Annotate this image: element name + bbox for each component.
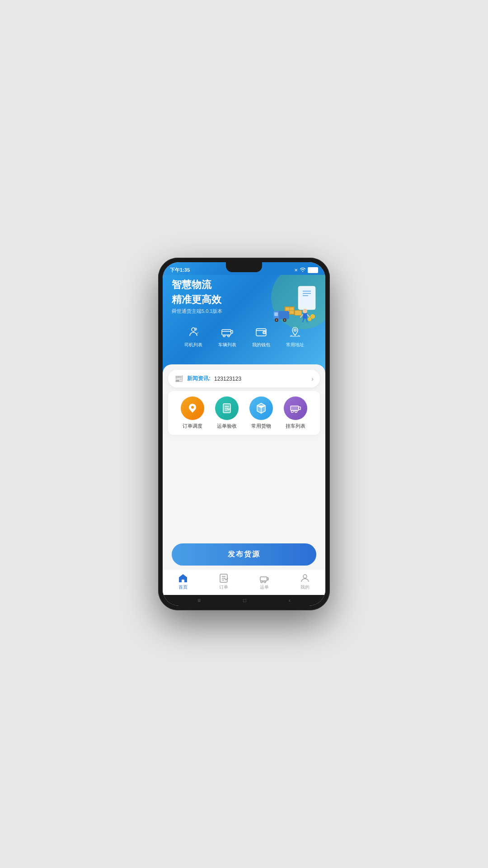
svg-rect-31 bbox=[231, 330, 233, 333]
publish-section: 发布货源 bbox=[163, 538, 325, 569]
status-time: 下午1:35 bbox=[170, 267, 190, 274]
svg-rect-44 bbox=[260, 577, 267, 581]
nav-mine[interactable]: 我的 bbox=[294, 573, 316, 590]
nav-waybill-label: 运单 bbox=[260, 584, 269, 590]
content-area: 📰 新闻资讯: 123123123 › 订单调度 bbox=[163, 364, 325, 595]
func-label-common-goods: 常用货物 bbox=[251, 423, 271, 429]
svg-rect-35 bbox=[263, 331, 266, 334]
svg-rect-39 bbox=[291, 406, 299, 410]
news-ticker[interactable]: 📰 新闻资讯: 123123123 › bbox=[168, 370, 320, 387]
svg-rect-45 bbox=[267, 578, 268, 580]
phone-screen: 下午1:35 ✕ 100 bbox=[163, 262, 325, 606]
nav-home-label: 首页 bbox=[178, 584, 188, 590]
nav-label-driver: 司机列表 bbox=[184, 342, 202, 348]
quick-nav: 司机列表 车辆列表 bbox=[172, 322, 316, 348]
order-icon bbox=[219, 573, 229, 583]
func-item-waybill-check[interactable]: 运单验收 bbox=[215, 396, 239, 429]
mine-icon bbox=[300, 573, 310, 583]
nav-label-wallet: 我的钱包 bbox=[252, 342, 270, 348]
nav-order[interactable]: 订单 bbox=[212, 573, 235, 590]
order-dispatch-icon bbox=[181, 396, 204, 420]
delivery-illustration bbox=[271, 284, 321, 325]
header-banner: 智慧物流 精准更高效 舜世通货主端5.0.1版本 司机列表 bbox=[163, 275, 325, 375]
trailer-list-icon bbox=[284, 396, 307, 420]
vehicle-icon bbox=[219, 324, 235, 340]
nav-item-address[interactable]: 常用地址 bbox=[286, 324, 304, 348]
bottom-nav: 首页 订单 bbox=[163, 569, 325, 595]
func-label-waybill-check: 运单验收 bbox=[217, 423, 237, 429]
phone-notch bbox=[226, 262, 262, 272]
svg-point-32 bbox=[223, 335, 225, 337]
nav-mine-label: 我的 bbox=[300, 584, 310, 590]
nav-order-label: 订单 bbox=[219, 584, 228, 590]
svg-point-17 bbox=[284, 319, 286, 321]
svg-point-48 bbox=[303, 575, 307, 578]
func-item-common-goods[interactable]: 常用货物 bbox=[249, 396, 273, 429]
publish-button[interactable]: 发布货源 bbox=[172, 543, 316, 566]
svg-point-36 bbox=[294, 329, 296, 331]
news-label: 新闻资讯: bbox=[187, 375, 211, 382]
svg-line-21 bbox=[307, 315, 310, 317]
wallet-icon bbox=[253, 324, 269, 340]
svg-rect-10 bbox=[295, 311, 301, 315]
waybill-nav-icon bbox=[259, 573, 269, 583]
svg-point-42 bbox=[295, 410, 297, 413]
svg-rect-30 bbox=[222, 330, 231, 335]
home-icon bbox=[178, 573, 188, 583]
svg-line-23 bbox=[306, 319, 307, 322]
news-arrow-icon: › bbox=[311, 375, 314, 382]
svg-point-27 bbox=[309, 318, 311, 321]
nav-waybill[interactable]: 运单 bbox=[253, 573, 276, 590]
svg-point-29 bbox=[194, 328, 197, 330]
status-icons: ✕ 100 bbox=[294, 267, 318, 273]
news-icon: 📰 bbox=[174, 374, 183, 383]
driver-icon bbox=[185, 324, 202, 340]
nav-label-address: 常用地址 bbox=[286, 342, 304, 348]
svg-point-16 bbox=[276, 319, 277, 321]
phone-frame: 下午1:35 ✕ 100 bbox=[158, 258, 330, 610]
func-label-trailer-list: 挂车列表 bbox=[286, 423, 305, 429]
svg-point-18 bbox=[303, 309, 307, 313]
nav-item-driver[interactable]: 司机列表 bbox=[184, 324, 202, 348]
gesture-home: □ bbox=[243, 597, 246, 604]
sim-icon: ✕ bbox=[294, 268, 298, 273]
svg-point-33 bbox=[228, 335, 230, 337]
gesture-bar: ≡ □ ‹ bbox=[163, 595, 325, 606]
svg-point-41 bbox=[291, 410, 294, 413]
gesture-back: ≡ bbox=[197, 597, 201, 604]
func-item-trailer-list[interactable]: 挂车列表 bbox=[284, 396, 307, 429]
gesture-recent: ‹ bbox=[289, 597, 291, 604]
svg-line-22 bbox=[303, 319, 304, 322]
content-spacer bbox=[163, 439, 325, 538]
func-label-order-dispatch: 订单调度 bbox=[183, 423, 202, 429]
svg-rect-19 bbox=[303, 313, 307, 319]
svg-point-46 bbox=[261, 581, 263, 583]
svg-point-47 bbox=[264, 581, 266, 583]
func-item-order-dispatch[interactable]: 订单调度 bbox=[181, 396, 204, 429]
svg-point-25 bbox=[311, 315, 314, 318]
nav-home[interactable]: 首页 bbox=[172, 573, 194, 590]
waybill-check-icon bbox=[215, 396, 239, 420]
common-goods-icon bbox=[249, 396, 273, 420]
function-grid: 订单调度 运单验收 bbox=[168, 391, 320, 435]
nav-item-wallet[interactable]: 我的钱包 bbox=[252, 324, 270, 348]
nav-item-vehicle[interactable]: 车辆列表 bbox=[218, 324, 236, 348]
svg-rect-40 bbox=[299, 407, 300, 410]
address-icon bbox=[287, 324, 303, 340]
battery-icon: 100 bbox=[308, 267, 318, 273]
news-content: 123123123 bbox=[214, 376, 308, 382]
svg-rect-13 bbox=[274, 312, 278, 316]
wifi-icon bbox=[300, 267, 306, 273]
nav-label-vehicle: 车辆列表 bbox=[218, 342, 236, 348]
